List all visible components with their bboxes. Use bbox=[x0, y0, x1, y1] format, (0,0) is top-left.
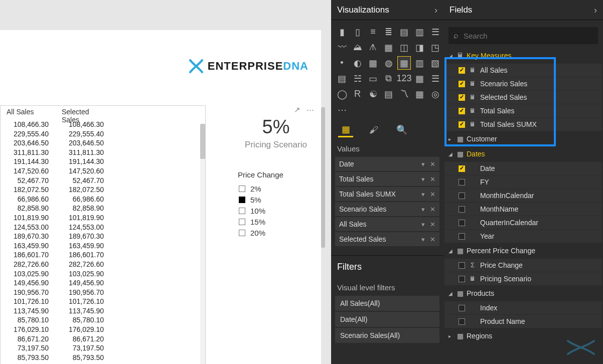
card-visual[interactable]: 5% Pricing Scenario bbox=[231, 116, 321, 150]
field-item[interactable]: 🖩Pricing Scenario bbox=[444, 272, 602, 285]
field-item[interactable]: FY bbox=[444, 175, 602, 189]
table-row[interactable]: 190,956.70190,956.70 bbox=[1, 288, 205, 297]
visual-type-icon[interactable]: ▤ bbox=[397, 25, 411, 39]
visual-type-icon[interactable]: 〰 bbox=[335, 41, 349, 54]
table-row[interactable]: 229,555.40229,555.40 bbox=[1, 129, 205, 139]
table-row[interactable]: 282,726.60282,726.60 bbox=[1, 260, 205, 269]
checkbox-icon[interactable] bbox=[239, 208, 245, 214]
table-row[interactable]: 191,144.30191,144.30 bbox=[1, 157, 205, 166]
expand-icon[interactable]: ▸ bbox=[448, 333, 454, 339]
table-row[interactable]: 85,780.1085,780.10 bbox=[1, 315, 205, 325]
remove-icon[interactable]: ✕ bbox=[430, 160, 435, 168]
slicer-option[interactable]: 20% bbox=[238, 227, 323, 238]
visual-type-icon[interactable]: ≡ bbox=[366, 25, 380, 39]
visual-type-icon[interactable]: ☰ bbox=[428, 25, 442, 39]
visual-type-icon[interactable]: ◍ bbox=[382, 56, 395, 70]
chevron-down-icon[interactable]: ▾ bbox=[421, 221, 425, 228]
table-row[interactable]: 86,671.2086,671.20 bbox=[1, 334, 205, 344]
table-visual[interactable]: All Sales Selected Sales 108,466.30108,4… bbox=[0, 105, 206, 364]
visual-type-icon[interactable]: ▦ bbox=[382, 41, 395, 54]
checkbox[interactable] bbox=[459, 220, 465, 226]
table-row[interactable]: 73,197.5073,197.50 bbox=[1, 343, 205, 353]
scroll-thumb[interactable] bbox=[200, 124, 205, 159]
search-input[interactable] bbox=[464, 32, 593, 40]
fields-header[interactable]: Fields › bbox=[443, 0, 603, 20]
analytics-tab-icon[interactable]: 🔍 bbox=[394, 122, 409, 137]
visual-header-icons[interactable]: ↗ ⋯ bbox=[294, 105, 316, 114]
expand-icon[interactable]: ▸ bbox=[448, 136, 454, 142]
table-row[interactable]: 311,811.30311,811.30 bbox=[1, 148, 205, 157]
chevron-down-icon[interactable]: ▾ bbox=[421, 191, 425, 198]
visual-type-icon[interactable]: ⛰ bbox=[351, 41, 364, 54]
field-well[interactable]: Date▾✕ bbox=[335, 157, 439, 171]
slicer-option[interactable]: 15% bbox=[238, 216, 323, 227]
checkbox[interactable] bbox=[459, 67, 465, 74]
checkbox-icon[interactable] bbox=[239, 219, 245, 225]
field-item[interactable]: Index bbox=[444, 301, 602, 314]
field-well[interactable]: Total Sales▾✕ bbox=[335, 172, 439, 186]
field-group-header[interactable]: ◢▦Percent Price Change bbox=[443, 243, 603, 258]
field-item[interactable]: Product Name bbox=[444, 315, 602, 328]
chevron-down-icon[interactable]: ▾ bbox=[421, 175, 425, 183]
checkbox[interactable] bbox=[459, 108, 465, 114]
checkbox[interactable] bbox=[459, 94, 465, 101]
field-well[interactable]: Selected Sales▾✕ bbox=[335, 232, 439, 246]
visual-type-icon[interactable]: ▤ bbox=[382, 87, 395, 101]
table-row[interactable]: 186,601.70186,601.70 bbox=[1, 250, 205, 260]
checkbox[interactable] bbox=[459, 318, 465, 325]
checkbox-icon[interactable] bbox=[239, 197, 245, 203]
visual-type-icon[interactable]: ▦ bbox=[366, 56, 380, 70]
field-group-header[interactable]: ▸▦Customer bbox=[443, 131, 603, 146]
fields-tab-icon[interactable]: ▦ bbox=[338, 122, 353, 137]
format-tab-icon[interactable]: 🖌 bbox=[366, 122, 381, 137]
visual-type-icon[interactable]: ▦ bbox=[413, 87, 426, 101]
visual-type-icon[interactable]: ◳ bbox=[428, 41, 442, 54]
checkbox[interactable] bbox=[459, 81, 465, 87]
slicer-option[interactable]: 5% bbox=[238, 194, 323, 205]
field-item[interactable]: Year bbox=[444, 230, 602, 243]
field-well[interactable]: Total Sales SUMX▾✕ bbox=[335, 187, 439, 201]
field-item[interactable]: MonthName bbox=[444, 203, 602, 216]
visual-type-icon[interactable]: ▦ bbox=[397, 56, 411, 70]
filter-item[interactable]: All Sales(All) bbox=[335, 296, 439, 311]
visual-type-icon[interactable]: ◎ bbox=[428, 87, 442, 101]
visual-type-icon[interactable]: ⧉ bbox=[382, 72, 395, 85]
visual-type-icon[interactable]: ▥ bbox=[413, 25, 426, 39]
checkbox[interactable] bbox=[459, 179, 465, 186]
field-item[interactable]: 🖩Scenario Sales bbox=[444, 77, 602, 90]
remove-icon[interactable]: ✕ bbox=[430, 221, 435, 228]
visual-type-icon[interactable]: ⋯ bbox=[335, 103, 349, 116]
field-group-header[interactable]: ◢🖩Key Measures bbox=[443, 48, 603, 63]
remove-icon[interactable]: ✕ bbox=[430, 175, 435, 183]
table-row[interactable]: 82,858.9082,858.90 bbox=[1, 204, 205, 213]
filter-item[interactable]: Scenario Sales(All) bbox=[335, 328, 439, 343]
visual-type-icon[interactable]: ▦ bbox=[413, 72, 426, 85]
checkbox[interactable] bbox=[459, 262, 465, 269]
slicer-visual[interactable]: Price Change 2%5%10%15%20% bbox=[238, 170, 323, 238]
remove-icon[interactable]: ✕ bbox=[430, 206, 435, 213]
visual-type-icon[interactable]: ▭ bbox=[366, 72, 380, 85]
filter-item[interactable]: Date(All) bbox=[335, 312, 439, 327]
checkbox-icon[interactable] bbox=[239, 230, 245, 236]
table-row[interactable]: 147,520.60147,520.60 bbox=[1, 166, 205, 176]
expand-icon[interactable]: ◢ bbox=[448, 291, 454, 296]
visual-type-icon[interactable]: ◯ bbox=[335, 87, 349, 101]
checkbox[interactable] bbox=[459, 305, 465, 311]
visualizations-header[interactable]: Visualizations › bbox=[331, 0, 443, 20]
table-row[interactable]: 124,553.00124,553.00 bbox=[1, 223, 205, 232]
chevron-down-icon[interactable]: ▾ bbox=[421, 206, 425, 213]
remove-icon[interactable]: ✕ bbox=[430, 191, 435, 198]
visual-type-icon[interactable]: R bbox=[351, 87, 364, 101]
slicer-option[interactable]: 10% bbox=[238, 205, 323, 216]
field-item[interactable]: 🖩Selected Sales bbox=[444, 91, 602, 104]
checkbox-icon[interactable] bbox=[239, 186, 245, 192]
fields-search[interactable]: ⌕ bbox=[448, 27, 598, 44]
field-well[interactable]: All Sales▾✕ bbox=[335, 217, 439, 231]
visual-type-icon[interactable]: ◐ bbox=[351, 56, 364, 70]
field-group-header[interactable]: ◢▦Dates bbox=[443, 146, 603, 161]
table-row[interactable]: 52,467.7052,467.70 bbox=[1, 176, 205, 186]
slicer-option[interactable]: 2% bbox=[238, 183, 323, 194]
checkbox[interactable] bbox=[459, 206, 465, 213]
table-scrollbar[interactable] bbox=[200, 124, 205, 364]
checkbox[interactable] bbox=[459, 165, 465, 172]
